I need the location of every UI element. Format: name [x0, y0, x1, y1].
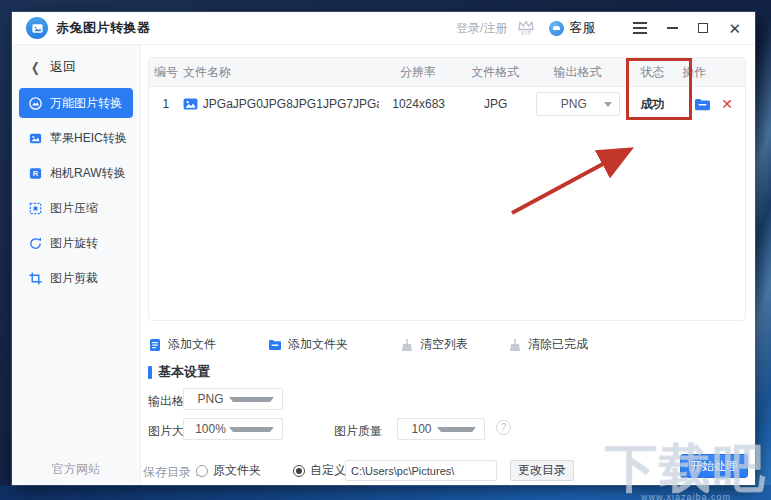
sidebar-item-universal-convert[interactable]: 万能图片转换	[19, 88, 133, 118]
image-quality-label: 图片质量	[334, 423, 382, 440]
add-folder-icon	[268, 338, 282, 352]
titlebar: 赤兔图片转换器 登录/注册 VIP 客服 ✕	[12, 12, 755, 45]
row-status: 成功	[623, 96, 683, 113]
row-filename: JPGaJPG0JPG8JPG1JPG7JPGaJPGdJPG2J...	[203, 97, 379, 111]
app-window: 赤兔图片转换器 登录/注册 VIP 客服 ✕ ❮ 返	[12, 12, 755, 485]
wallpaper-bottom-strip	[0, 485, 771, 500]
image-quality-dropdown[interactable]: 100	[397, 418, 485, 440]
vip-crown-icon[interactable]: VIP	[517, 20, 535, 36]
file-list-table: 编号 文件名称 分辨率 文件格式 输出格式 状态 操作 1 JPGaJPG0JP…	[148, 57, 746, 321]
radio-selected-icon	[293, 465, 305, 477]
output-format-dropdown[interactable]: PNG	[183, 388, 283, 410]
col-index: 编号	[149, 64, 183, 81]
add-file-button[interactable]: 添加文件	[148, 336, 216, 353]
row-resolution: 1024x683	[379, 97, 459, 111]
broom-icon	[508, 338, 522, 352]
rotate-icon	[28, 236, 43, 251]
help-icon[interactable]: ?	[496, 420, 511, 435]
col-filename: 文件名称	[183, 64, 378, 81]
customer-service-button[interactable]: 客服	[549, 19, 595, 37]
clear-completed-button[interactable]: 清除已完成	[508, 336, 588, 353]
desktop: 赤兔图片转换器 登录/注册 VIP 客服 ✕ ❮ 返	[0, 0, 771, 500]
sidebar-item-image-rotate[interactable]: 图片旋转	[19, 228, 133, 258]
sidebar: ❮ 返回 万能图片转换 苹果HEIC转换 R 相机RAW转换 图片压缩 图	[12, 45, 141, 485]
basic-settings-title: 基本设置	[148, 363, 210, 381]
table-row: 1 JPGaJPG0JPG8JPG1JPG7JPGaJPGdJPG2J... 1…	[149, 87, 745, 121]
change-directory-button[interactable]: 更改目录	[510, 460, 574, 481]
row-output-format-dropdown[interactable]: PNG	[536, 92, 620, 116]
col-status: 状态	[622, 64, 682, 81]
image-convert-icon	[28, 96, 43, 111]
broom-icon	[400, 338, 414, 352]
minimize-button[interactable]	[667, 27, 678, 29]
chevron-down-icon	[229, 397, 274, 402]
save-dir-label: 保存目录：	[143, 464, 203, 481]
col-resolution: 分辨率	[378, 64, 458, 81]
crop-icon	[28, 271, 43, 286]
svg-text:R: R	[33, 169, 39, 178]
clear-list-button[interactable]: 清空列表	[400, 336, 468, 353]
radio-custom-folder[interactable]: 自定义	[293, 462, 346, 479]
delete-row-icon[interactable]: ✕	[721, 96, 733, 112]
sidebar-item-image-crop[interactable]: 图片剪裁	[19, 263, 133, 293]
row-index: 1	[149, 97, 183, 111]
app-logo-icon	[26, 17, 48, 39]
login-register-link[interactable]: 登录/注册	[456, 20, 507, 37]
table-header-row: 编号 文件名称 分辨率 文件格式 输出格式 状态 操作	[149, 58, 745, 87]
raw-file-icon: R	[28, 166, 43, 181]
chevron-down-icon	[604, 102, 612, 107]
start-processing-button[interactable]: 开始处理	[680, 454, 748, 478]
customer-service-icon	[549, 21, 564, 36]
col-format: 文件格式	[458, 64, 533, 81]
sidebar-item-image-compress[interactable]: 图片压缩	[19, 193, 133, 223]
close-button[interactable]: ✕	[728, 21, 741, 36]
official-website-link[interactable]: 官方网站	[12, 461, 140, 478]
radio-original-folder[interactable]: 原文件夹	[196, 462, 261, 479]
chevron-left-icon: ❮	[31, 60, 40, 75]
sidebar-item-heic-convert[interactable]: 苹果HEIC转换	[19, 123, 133, 153]
photo-file-icon	[28, 131, 43, 146]
compress-icon	[28, 201, 43, 216]
image-size-dropdown[interactable]: 100%	[183, 418, 283, 440]
save-path-input[interactable]	[345, 460, 497, 481]
app-title: 赤兔图片转换器	[56, 19, 151, 37]
chevron-down-icon	[437, 427, 476, 432]
menu-icon[interactable]	[633, 22, 647, 34]
section-bar	[148, 366, 152, 379]
chevron-down-icon	[229, 427, 274, 432]
radio-icon	[196, 465, 208, 477]
col-output: 输出格式	[533, 64, 623, 81]
col-action: 操作	[682, 64, 745, 81]
list-actions: 添加文件 添加文件夹 清空列表 清除已完成	[148, 336, 746, 353]
open-folder-icon[interactable]	[694, 98, 711, 111]
image-thumbnail-icon	[183, 98, 198, 110]
maximize-button[interactable]	[698, 23, 708, 33]
sidebar-item-raw-convert[interactable]: R 相机RAW转换	[19, 158, 133, 188]
add-file-icon	[148, 338, 162, 352]
add-folder-button[interactable]: 添加文件夹	[268, 336, 348, 353]
row-format: JPG	[458, 97, 533, 111]
back-button[interactable]: ❮ 返回	[12, 45, 140, 88]
